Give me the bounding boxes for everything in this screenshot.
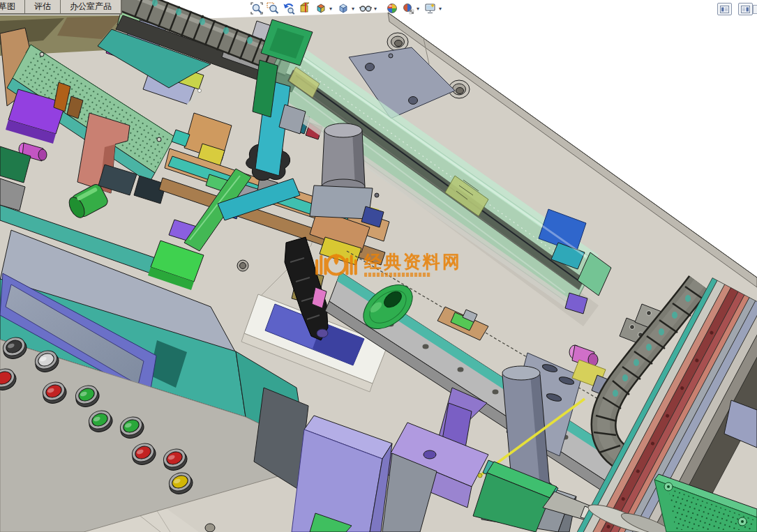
view-orientation-icon bbox=[315, 2, 327, 15]
apply-scene-dropdown[interactable]: ▾ bbox=[414, 6, 421, 12]
pane-toggle-1-button[interactable] bbox=[717, 3, 732, 15]
cad-application-window: 草图 评估 办公室产品 bbox=[0, 0, 757, 532]
edit-appearance-button[interactable] bbox=[384, 1, 400, 16]
apply-scene-button[interactable] bbox=[400, 1, 416, 16]
pane-toggle-3-button-partial[interactable] bbox=[753, 5, 757, 14]
tab-office-products[interactable]: 办公室产品 bbox=[60, 0, 121, 14]
hide-show-items-icon bbox=[359, 2, 372, 15]
edit-appearance-icon bbox=[386, 2, 398, 15]
hide-show-items-button[interactable] bbox=[357, 1, 373, 16]
pane-toggle-buttons bbox=[717, 3, 753, 15]
apply-scene-icon bbox=[402, 2, 414, 15]
tab-sketch[interactable]: 草图 bbox=[0, 0, 25, 14]
display-style-button[interactable] bbox=[335, 1, 351, 16]
previous-view-icon bbox=[283, 2, 295, 15]
cad-viewport[interactable] bbox=[0, 0, 757, 532]
pane-toggle-2-icon bbox=[741, 6, 750, 13]
view-settings-dropdown[interactable]: ▾ bbox=[437, 6, 444, 12]
heads-up-view-toolbar: ▾ ▾ ▾ bbox=[248, 1, 444, 16]
display-style-dropdown[interactable]: ▾ bbox=[350, 6, 357, 12]
view-orientation-dropdown[interactable]: ▾ bbox=[327, 6, 334, 12]
previous-view-button[interactable] bbox=[280, 1, 297, 16]
view-settings-button[interactable] bbox=[422, 1, 438, 16]
section-view-icon bbox=[299, 2, 311, 15]
zoom-to-area-button[interactable] bbox=[264, 1, 280, 16]
zoom-to-fit-icon bbox=[250, 2, 263, 15]
section-view-button[interactable] bbox=[297, 1, 313, 16]
zoom-to-fit-button[interactable] bbox=[248, 1, 264, 16]
command-manager-tabs: 草图 评估 办公室产品 bbox=[0, 0, 121, 14]
view-orientation-button[interactable] bbox=[313, 1, 329, 16]
tab-evaluate[interactable]: 评估 bbox=[24, 0, 61, 14]
zoom-to-area-icon bbox=[267, 2, 279, 15]
hide-show-items-dropdown[interactable]: ▾ bbox=[372, 6, 379, 12]
view-settings-icon bbox=[424, 2, 437, 15]
pane-toggle-2-button[interactable] bbox=[738, 3, 753, 15]
display-style-icon bbox=[337, 2, 350, 15]
pane-toggle-1-icon bbox=[720, 6, 729, 13]
